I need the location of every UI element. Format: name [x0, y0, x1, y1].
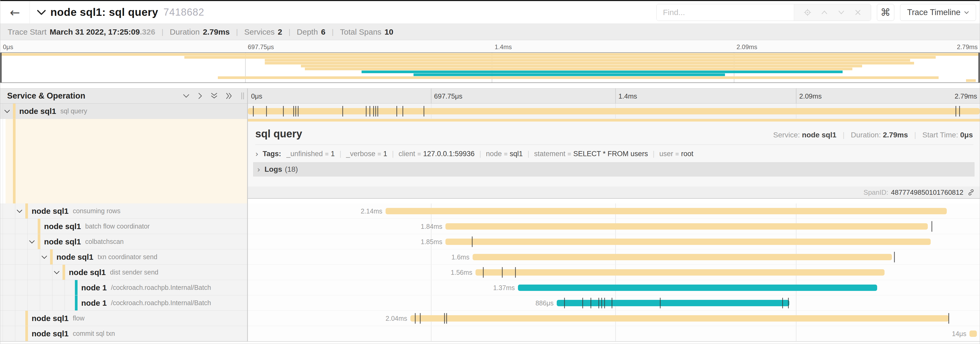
axis-tick: 0μs: [251, 92, 262, 101]
collapse-span-chevron-icon[interactable]: [41, 255, 48, 259]
span-bar[interactable]: [248, 108, 980, 114]
timeline-row-flow[interactable]: 2.04ms: [248, 311, 980, 326]
span-id-value: 4877749850101760812: [891, 189, 963, 197]
timeline-row-internal-batch-2[interactable]: 886μs: [248, 295, 980, 311]
tag-value: SELECT * FROM users: [573, 150, 648, 158]
timeline-row-dist-sender-send[interactable]: 1.56ms: [248, 265, 980, 280]
indent-guide: [27, 265, 28, 280]
span-bar[interactable]: [473, 254, 892, 260]
detail-divider: [255, 144, 974, 145]
find-group: [656, 4, 871, 21]
tag-key: _unfinished: [286, 150, 323, 158]
tree-row-internal-batch-1[interactable]: node 1/cockroach.roachpb.Internal/Batch: [0, 280, 247, 295]
span-bar[interactable]: [385, 208, 947, 214]
tree-row-txn-coordinator-send[interactable]: node sql1txn coordinator send: [0, 250, 247, 265]
span-id-label: SpanID:: [864, 189, 888, 197]
span-bar[interactable]: [445, 223, 928, 230]
indent-guide: [3, 326, 3, 341]
tree-row-sql-query[interactable]: node sql1sql query: [0, 104, 247, 119]
minimap-span-bar: [265, 59, 910, 62]
collapse-span-chevron-icon[interactable]: [16, 209, 23, 213]
minimap-left-handle[interactable]: [0, 53, 2, 82]
log-marker: [444, 313, 445, 324]
minimap[interactable]: [0, 52, 980, 83]
span-service: node sql1: [44, 222, 81, 231]
link-icon[interactable]: [967, 189, 975, 196]
log-marker: [959, 106, 960, 117]
expand-all-icon[interactable]: [226, 93, 233, 99]
keyboard-shortcuts-button[interactable]: ⌘: [877, 4, 894, 21]
tree-row-colbatchscan[interactable]: node sql1colbatchscan: [0, 234, 247, 250]
log-marker: [483, 267, 484, 278]
span-id-bar: SpanID: 4877749850101760812: [248, 187, 980, 199]
trace-title-area[interactable]: node sql1: sql query 7418682: [37, 6, 204, 19]
span-bar[interactable]: [410, 315, 949, 322]
trace-view-selector[interactable]: Trace Timeline: [900, 4, 976, 21]
log-marker: [582, 298, 583, 308]
span-bar[interactable]: [557, 300, 789, 306]
expand-one-level-icon[interactable]: [197, 93, 203, 99]
span-bar[interactable]: [969, 331, 977, 337]
minimap-span-row: [0, 79, 980, 82]
log-marker: [612, 298, 612, 308]
collapse-span-chevron-icon[interactable]: [4, 109, 10, 114]
collapse-all-icon[interactable]: [211, 92, 218, 99]
service-color-stripe: [62, 265, 65, 280]
span-service: node 1: [81, 283, 107, 292]
timeline-row-colbatchscan[interactable]: 1.85ms: [248, 234, 980, 250]
find-clear-icon[interactable]: [854, 9, 861, 16]
span-bar[interactable]: [476, 269, 885, 275]
detail-service-value: node sql1: [802, 131, 837, 139]
tag-value: 1: [331, 150, 335, 158]
timeline-row-batch-flow-coordinator[interactable]: 1.84ms: [248, 219, 980, 234]
locate-icon[interactable]: [803, 8, 811, 16]
collapse-span-chevron-icon[interactable]: [29, 240, 35, 244]
timeline-row-txn-coordinator-send[interactable]: 1.6ms: [248, 250, 980, 265]
span-bar[interactable]: [445, 238, 931, 245]
find-next-icon[interactable]: [838, 9, 845, 16]
find-prev-icon[interactable]: [821, 9, 828, 16]
minimap-span-bar: [966, 79, 976, 82]
minimap-span-row: [0, 70, 980, 74]
span-duration-label: 1.56ms: [451, 265, 473, 280]
find-input[interactable]: [657, 4, 794, 21]
log-marker: [293, 106, 294, 117]
minimap-right-handle[interactable]: [978, 53, 980, 82]
tag-item: client=127.0.0.1:59936: [398, 150, 474, 158]
minimap-span-row: [0, 76, 980, 79]
trace-title: node sql1: sql query: [50, 6, 158, 19]
column-resizer-grip[interactable]: [241, 93, 244, 99]
log-marker: [373, 106, 374, 117]
tags-accordion[interactable]: › Tags: _unfinished=1 | _verbose=1 | cli…: [255, 147, 974, 161]
service-color-stripe: [13, 104, 16, 118]
tree-row-internal-batch-2[interactable]: node 1/cockroach.roachpb.Internal/Batch: [0, 295, 247, 311]
trace-start-ms: .326: [140, 27, 155, 37]
tree-row-flow[interactable]: node sql1flow: [0, 311, 247, 326]
tree-row-dist-sender-send[interactable]: node sql1dist sender send: [0, 265, 247, 280]
axis-tick: 2.79ms: [955, 92, 977, 101]
tree-row-consuming-rows[interactable]: node sql1consuming rows: [0, 203, 247, 219]
minimap-tick: 697.75μs: [248, 43, 274, 51]
collapse-trace-chevron-icon[interactable]: [37, 9, 46, 16]
tree-row-commit-sql-txn[interactable]: node sql1commit sql txn: [0, 326, 247, 341]
minimap-span-bar: [0, 53, 980, 56]
summary-separator: |: [288, 28, 290, 36]
log-marker: [502, 267, 503, 278]
indent-guide: [3, 265, 3, 280]
timeline-row-sql-query[interactable]: [248, 104, 980, 119]
log-marker: [894, 252, 895, 262]
back-button[interactable]: ←: [0, 1, 30, 24]
logs-accordion[interactable]: › Logs (18): [253, 162, 974, 176]
collapse-one-level-icon[interactable]: [183, 93, 189, 99]
span-bar[interactable]: [518, 285, 877, 291]
columns-header: Service & Operation 0μs 697.75μs 1.4ms 2…: [0, 88, 980, 104]
timeline-row-consuming-rows[interactable]: 2.14ms: [248, 203, 980, 219]
minimap-span-row: [0, 53, 980, 56]
span-operation: flow: [73, 314, 84, 322]
collapse-span-chevron-icon[interactable]: [54, 270, 60, 275]
timeline-row-commit-sql-txn[interactable]: 14μs: [248, 326, 980, 341]
timeline-row-internal-batch-1[interactable]: 1.37ms: [248, 280, 980, 295]
tree-row-batch-flow-coordinator[interactable]: node sql1batch flow coordinator: [0, 219, 247, 234]
minimap-span-row: [0, 59, 980, 62]
axis-tick: 697.75μs: [434, 92, 463, 101]
